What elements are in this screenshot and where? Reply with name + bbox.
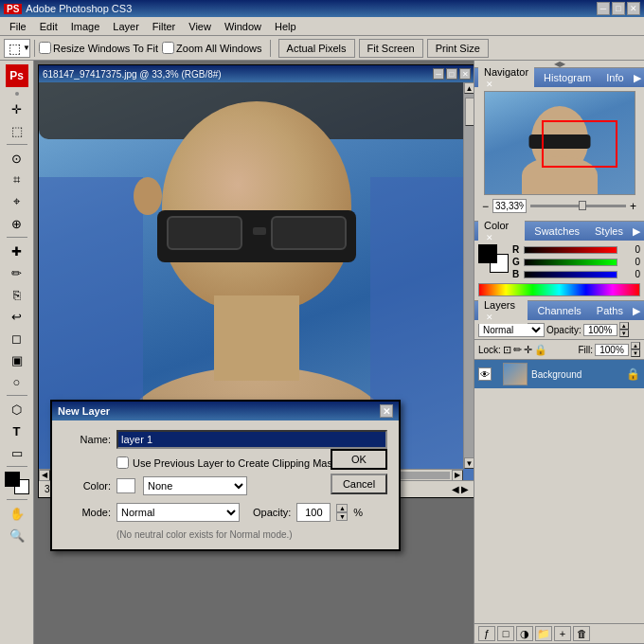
tool-history-brush[interactable]: ↩ — [7, 306, 27, 327]
tool-hand[interactable]: ✋ — [7, 503, 27, 524]
zoom-out-icon[interactable]: − — [482, 200, 489, 213]
dialog-title-bar: New Layer ✕ — [52, 402, 399, 420]
tool-stamp[interactable]: ⎘ — [7, 284, 27, 305]
menu-image[interactable]: Image — [65, 19, 106, 34]
zoom-input[interactable]: 33,33% — [492, 199, 527, 213]
opacity-up[interactable]: ▲ — [336, 504, 348, 512]
color-select[interactable]: None — [143, 476, 247, 495]
styles-tab[interactable]: Styles — [589, 224, 629, 239]
zoom-slider-thumb[interactable] — [579, 201, 586, 210]
cancel-button[interactable]: Cancel — [331, 474, 387, 494]
histogram-tab[interactable]: Histogram — [538, 70, 597, 85]
opacity-input[interactable]: 100 — [296, 503, 331, 522]
minimize-button[interactable]: ─ — [597, 2, 610, 15]
opacity-up[interactable]: ▲ — [619, 322, 629, 330]
lock-all-icon[interactable]: 🔒 — [534, 344, 547, 356]
tool-eraser[interactable]: ◻ — [7, 328, 27, 349]
tool-heal[interactable]: ✚ — [7, 241, 27, 261]
color-tab[interactable]: Color ✕ — [478, 218, 525, 244]
layer-lock-icon: 🔒 — [626, 367, 640, 381]
color-panel-menu[interactable]: ▶ — [633, 225, 640, 238]
paths-tab[interactable]: Paths — [591, 303, 629, 318]
fill-down[interactable]: ▼ — [631, 349, 640, 357]
zoom-in-icon[interactable]: + — [630, 200, 636, 213]
swatches-tab[interactable]: Swatches — [528, 224, 585, 239]
menu-file[interactable]: File — [4, 19, 32, 34]
new-group-button[interactable]: 📁 — [535, 626, 552, 641]
print-size-button[interactable]: Print Size — [427, 39, 489, 58]
menu-window[interactable]: Window — [219, 19, 267, 34]
fit-screen-button[interactable]: Fit Screen — [359, 39, 423, 58]
close-button[interactable]: ✕ — [627, 2, 640, 15]
tool-gradient[interactable]: ▣ — [7, 349, 27, 370]
navigator-tab-close[interactable]: ✕ — [486, 80, 493, 89]
fill-up[interactable]: ▲ — [631, 342, 640, 349]
tool-quick-selection[interactable]: ⌗ — [7, 170, 27, 190]
lock-position-icon[interactable]: ✛ — [524, 344, 532, 356]
tool-zoom[interactable]: 🔍 — [7, 525, 27, 546]
title-bar-controls: ─ □ ✕ — [597, 2, 640, 15]
new-layer-button[interactable]: + — [554, 626, 571, 641]
tool-marquee[interactable]: ⬚ — [7, 120, 27, 141]
resize-windows-checkbox[interactable] — [39, 42, 51, 54]
dialog-close-button[interactable]: ✕ — [380, 404, 393, 418]
navigator-tab[interactable]: Navigator ✕ — [478, 64, 534, 91]
navigator-panel-menu[interactable]: ▶ — [634, 72, 641, 84]
color-fg-swatch[interactable] — [478, 244, 497, 263]
color-spectrum[interactable] — [478, 283, 640, 296]
menu-view[interactable]: View — [183, 19, 217, 34]
opacity-down[interactable]: ▼ — [619, 330, 629, 337]
nav-viewport-indicator[interactable] — [542, 120, 617, 168]
tool-text[interactable]: T — [7, 420, 27, 441]
lock-transparent-icon[interactable]: ⊡ — [503, 344, 511, 356]
r-slider[interactable] — [524, 246, 617, 254]
tool-brush[interactable]: ✏ — [7, 262, 27, 283]
menu-layer[interactable]: Layer — [107, 19, 145, 34]
layers-panel-menu[interactable]: ▶ — [633, 305, 640, 317]
fg-bg-color-selector[interactable] — [5, 472, 29, 494]
add-adjustment-button[interactable]: ◑ — [516, 626, 533, 641]
layer-name-input[interactable] — [116, 430, 387, 449]
tool-crop[interactable]: ⌖ — [7, 191, 27, 212]
lock-image-icon[interactable]: ✏ — [513, 344, 522, 356]
menu-filter[interactable]: Filter — [147, 19, 181, 34]
menu-bar: File Edit Image Layer Filter View Window… — [0, 17, 644, 36]
maximize-button[interactable]: □ — [612, 2, 625, 15]
mode-select[interactable]: Normal — [116, 503, 240, 522]
tool-lasso[interactable]: ⊙ — [7, 148, 27, 169]
menu-help[interactable]: Help — [269, 19, 302, 34]
opacity-value-input[interactable] — [583, 324, 617, 336]
tool-shape[interactable]: ▭ — [7, 442, 27, 463]
main-layout: Ps ✛ ⬚ ⊙ ⌗ ⌖ ⊕ ✚ ✏ ⎘ ↩ ◻ ▣ ○ ⬡ T ▭ ✋ 🔍 — [0, 61, 644, 644]
zoom-slider[interactable] — [530, 205, 626, 207]
layer-visibility-toggle[interactable]: 👁 — [478, 367, 492, 381]
g-slider[interactable] — [524, 259, 617, 266]
dialog-body: OK Cancel Name: Use Previous Layer to Cr… — [52, 420, 399, 549]
fill-value-input[interactable] — [595, 344, 629, 356]
tool-move[interactable]: ✛ — [7, 98, 27, 119]
color-tab-close[interactable]: ✕ — [486, 233, 493, 242]
b-slider[interactable] — [524, 271, 617, 278]
layer-background-row[interactable]: 👁 Background 🔒 — [474, 360, 644, 388]
zoom-all-checkbox[interactable] — [162, 42, 174, 54]
opacity-down[interactable]: ▼ — [336, 512, 348, 521]
left-toolbar: Ps ✛ ⬚ ⊙ ⌗ ⌖ ⊕ ✚ ✏ ⎘ ↩ ◻ ▣ ○ ⬡ T ▭ ✋ 🔍 — [0, 61, 34, 644]
color-fg-bg-selector[interactable] — [478, 244, 509, 273]
tool-path[interactable]: ⬡ — [7, 399, 27, 420]
actual-pixels-button[interactable]: Actual Pixels — [278, 39, 355, 58]
tool-eyedropper[interactable]: ⊕ — [7, 213, 27, 234]
add-mask-button[interactable]: □ — [497, 626, 514, 641]
delete-layer-button[interactable]: 🗑 — [573, 626, 590, 641]
layers-mode-select[interactable]: Normal — [478, 323, 545, 337]
foreground-color-swatch[interactable] — [5, 472, 20, 487]
channels-tab[interactable]: Channels — [531, 303, 586, 318]
ok-button[interactable]: OK — [331, 449, 387, 470]
menu-edit[interactable]: Edit — [34, 19, 63, 34]
layers-tab[interactable]: Layers ✕ — [478, 297, 528, 324]
layers-tab-close[interactable]: ✕ — [486, 313, 493, 322]
blue-row: B 0 — [512, 269, 640, 279]
add-style-button[interactable]: ƒ — [478, 626, 495, 641]
tool-dodge[interactable]: ○ — [7, 371, 27, 392]
info-tab[interactable]: Info — [600, 70, 629, 85]
clipping-mask-checkbox[interactable] — [116, 456, 129, 469]
